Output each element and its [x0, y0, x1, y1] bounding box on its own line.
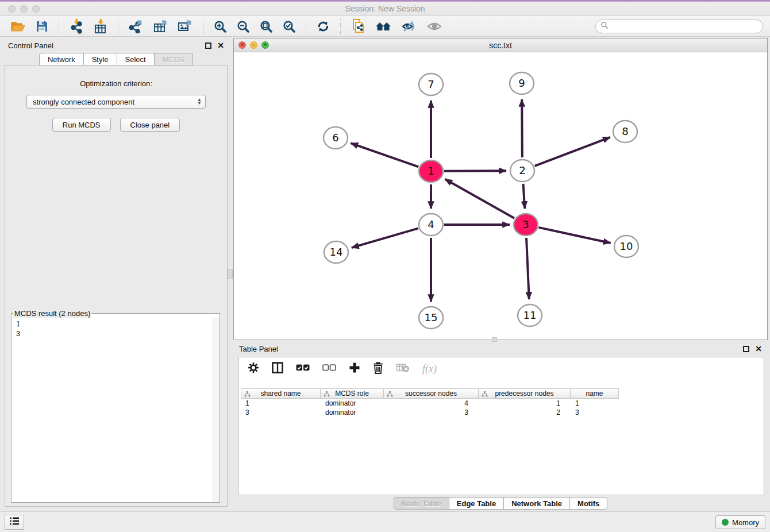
graph-node-1[interactable]: 1	[419, 160, 443, 182]
mcds-panel: Optimization criterion: strongly connect…	[5, 65, 228, 507]
zoom-out-icon[interactable]	[237, 20, 249, 33]
export-network-icon[interactable]	[129, 20, 143, 33]
zoom-fit-icon[interactable]	[260, 20, 272, 33]
column-header-name[interactable]: name	[571, 388, 619, 399]
column-header-predecessor-nodes[interactable]: predecessor nodes	[479, 388, 571, 399]
tab-select[interactable]: Select	[117, 53, 155, 65]
graph-edge-2-3[interactable]	[523, 184, 525, 209]
column-header-label: successor nodes	[405, 390, 457, 398]
export-table-icon[interactable]	[153, 20, 168, 33]
graph-edge-2-8[interactable]	[535, 137, 610, 166]
graph-node-6[interactable]: 6	[324, 127, 348, 149]
toolbar-separator	[59, 19, 59, 34]
close-panel-icon[interactable]: ✕	[217, 43, 224, 49]
export-image-icon[interactable]	[178, 20, 192, 33]
column-header-MCDS-role[interactable]: MCDS role	[321, 388, 384, 399]
network-graph-canvas[interactable]: 7968124314101511	[234, 52, 767, 340]
table-cell[interactable]: 4	[384, 399, 479, 408]
search-box[interactable]	[595, 20, 763, 33]
tab-mcds[interactable]: MCDS	[155, 53, 193, 65]
mcds-result-title: MCDS result (2 nodes)	[13, 309, 91, 318]
graph-node-10[interactable]: 10	[614, 236, 638, 257]
import-table-icon[interactable]	[94, 19, 107, 34]
table-row[interactable]: 1dominator411	[241, 399, 761, 408]
graph-edge-1-2[interactable]	[444, 171, 506, 171]
graph-node-11[interactable]: 11	[518, 304, 542, 326]
save-session-icon[interactable]	[36, 20, 48, 33]
network-maximize-icon[interactable]: +	[261, 41, 269, 49]
table-cell[interactable]: dominator	[321, 399, 384, 408]
zoom-selected-icon[interactable]	[283, 20, 295, 33]
settings-icon[interactable]	[248, 362, 259, 376]
table-row[interactable]: 3dominator323	[241, 408, 761, 417]
import-network-icon[interactable]	[70, 19, 83, 34]
graph-edge-1-6[interactable]	[351, 143, 418, 167]
tab-network-table[interactable]: Network Table	[504, 497, 570, 510]
unselect-all-icon[interactable]	[322, 364, 336, 374]
optimization-criterion-dropdown[interactable]: strongly connected component ▲▼	[26, 95, 206, 109]
graph-edge-4-14[interactable]	[352, 228, 418, 248]
table-cell[interactable]: 1	[479, 399, 571, 408]
table-cell[interactable]: 2	[479, 408, 571, 417]
network-window-title: scc.txt	[489, 41, 512, 50]
toolbar-separator	[203, 19, 203, 34]
table-cell[interactable]: 1	[241, 399, 321, 408]
show-columns-icon[interactable]	[272, 362, 283, 376]
graph-node-9[interactable]: 9	[510, 72, 534, 94]
column-header-shared-name[interactable]: shared name	[241, 388, 321, 399]
open-session-icon[interactable]	[11, 20, 25, 33]
graph-node-4[interactable]: 4	[419, 214, 443, 236]
table-cell[interactable]: 3	[384, 408, 479, 417]
node-table-header: shared nameMCDS rolesuccessor nodesprede…	[241, 388, 761, 399]
float-table-panel-icon[interactable]	[743, 346, 749, 352]
toolbar-separator	[118, 19, 118, 34]
graph-edge-3-10[interactable]	[538, 228, 610, 243]
mcds-result-scrollbar[interactable]	[213, 318, 219, 502]
close-panel-button[interactable]: Close panel	[120, 118, 180, 132]
graph-edge-3-11[interactable]	[526, 238, 529, 299]
run-mcds-button[interactable]: Run MCDS	[52, 118, 111, 132]
control-panel-tabs: NetworkStyleSelectMCDS	[2, 53, 230, 65]
delete-row-icon[interactable]	[373, 362, 383, 376]
table-cell[interactable]: 3	[571, 408, 619, 417]
graph-edge-2-9[interactable]	[522, 99, 522, 157]
zoom-in-icon[interactable]	[214, 20, 226, 33]
network-close-icon[interactable]: ✕	[238, 41, 246, 49]
table-cell[interactable]: dominator	[321, 408, 384, 417]
network-minimize-icon[interactable]: −	[250, 41, 257, 49]
graph-node-2[interactable]: 2	[510, 160, 534, 182]
tab-node-table[interactable]: Node Table	[394, 497, 449, 510]
tab-style[interactable]: Style	[84, 53, 117, 65]
clone-network-icon[interactable]	[351, 19, 365, 33]
mcds-result-box: MCDS result (2 nodes) 13	[11, 309, 220, 503]
graph-node-14[interactable]: 14	[324, 241, 348, 263]
tab-motifs[interactable]: Motifs	[570, 497, 607, 510]
column-header-successor-nodes[interactable]: successor nodes	[384, 388, 479, 399]
delete-table-icon	[396, 363, 410, 375]
float-panel-icon[interactable]	[205, 43, 211, 49]
hide-graphics-details-icon[interactable]	[402, 20, 417, 33]
graph-node-15[interactable]: 15	[419, 307, 443, 329]
table-cell[interactable]: 1	[571, 399, 619, 408]
memory-button[interactable]: Memory	[715, 515, 765, 529]
tab-network[interactable]: Network	[39, 53, 84, 65]
graph-node-label: 3	[522, 218, 529, 230]
graph-node-3[interactable]: 3	[514, 214, 538, 236]
graph-node-8[interactable]: 8	[613, 121, 637, 142]
network-window-titlebar[interactable]: ✕ − + scc.txt	[234, 38, 767, 52]
task-list-icon	[9, 516, 20, 528]
vertical-splitter-grip[interactable]	[228, 269, 233, 279]
graph-node-7[interactable]: 7	[419, 74, 443, 95]
refresh-layout-icon[interactable]	[317, 20, 330, 33]
table-cell[interactable]: 3	[241, 408, 321, 417]
table-panel-header: Table Panel ✕	[233, 341, 768, 356]
add-row-icon[interactable]	[349, 362, 360, 376]
graph-edge-3-1[interactable]	[445, 179, 514, 218]
close-table-panel-icon[interactable]: ✕	[755, 346, 762, 352]
home-icon[interactable]	[375, 20, 391, 33]
tab-edge-table[interactable]: Edge Table	[449, 497, 504, 510]
task-history-button[interactable]	[5, 515, 24, 530]
mcds-result-list: 13	[11, 318, 220, 340]
search-input[interactable]	[609, 21, 763, 32]
select-all-icon[interactable]	[296, 364, 310, 374]
